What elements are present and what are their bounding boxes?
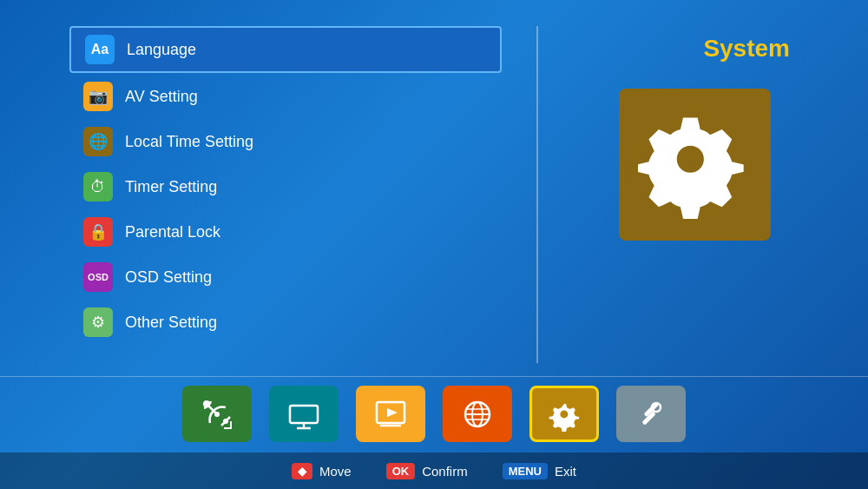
content-area: AaLanguage📷AV Setting🌐Local Time Setting…: [0, 0, 868, 372]
osd-icon: OSD: [83, 262, 113, 292]
timer-icon: ⏱: [83, 172, 113, 202]
footer-menu: MENU Exit: [503, 463, 576, 479]
main-container: AaLanguage📷AV Setting🌐Local Time Setting…: [0, 0, 868, 489]
parental-icon: 🔒: [83, 217, 113, 247]
nav-system[interactable]: [529, 386, 599, 442]
menu-item-av-setting[interactable]: 📷AV Setting: [69, 75, 502, 118]
menu-item-osd[interactable]: OSDOSD Setting: [69, 255, 502, 299]
footer-move: ◆ Move: [292, 463, 352, 479]
osd-label: OSD Setting: [125, 268, 212, 287]
move-badge: ◆: [292, 463, 312, 479]
menu-item-local-time[interactable]: 🌐Local Time Setting: [69, 120, 502, 163]
menu-item-parental[interactable]: 🔒Parental Lock: [69, 210, 502, 254]
local-time-label: Local Time Setting: [125, 133, 253, 151]
menu-panel: AaLanguage📷AV Setting🌐Local Time Setting…: [69, 26, 502, 363]
av-setting-label: AV Setting: [125, 88, 198, 106]
language-label: Language: [127, 41, 196, 59]
menu-item-other[interactable]: ⚙Other Setting: [69, 301, 502, 344]
system-icon-box: [619, 89, 771, 241]
system-gear-icon: [638, 109, 751, 221]
nav-tools[interactable]: [616, 386, 686, 442]
nav-globe[interactable]: [443, 386, 512, 442]
bottom-nav: [0, 376, 868, 453]
right-panel: System: [573, 26, 816, 363]
move-label: Move: [319, 464, 352, 479]
system-title: System: [703, 35, 790, 63]
menu-item-language[interactable]: AaLanguage: [69, 26, 502, 73]
footer-ok: OK Confirm: [386, 463, 468, 479]
menu-badge: MENU: [503, 463, 548, 479]
menu-item-timer[interactable]: ⏱Timer Setting: [69, 165, 502, 208]
ok-label: Confirm: [422, 464, 468, 479]
footer-bar: ◆ Move OK Confirm MENU Exit: [0, 453, 868, 489]
nav-media[interactable]: [356, 386, 425, 442]
parental-label: Parental Lock: [125, 223, 220, 241]
svg-marker-10: [387, 408, 398, 417]
ok-badge: OK: [386, 463, 416, 479]
timer-label: Timer Setting: [125, 178, 217, 196]
menu-label: Exit: [555, 464, 576, 479]
other-icon: ⚙: [83, 307, 113, 337]
nav-satellite[interactable]: [182, 386, 252, 442]
nav-tv[interactable]: [269, 386, 339, 442]
svg-line-4: [221, 417, 230, 426]
av-setting-icon: 📷: [83, 82, 113, 111]
other-label: Other Setting: [125, 314, 217, 332]
local-time-icon: 🌐: [83, 127, 113, 156]
language-icon: Aa: [85, 35, 115, 64]
vertical-divider: [536, 26, 538, 363]
svg-rect-5: [290, 406, 318, 423]
